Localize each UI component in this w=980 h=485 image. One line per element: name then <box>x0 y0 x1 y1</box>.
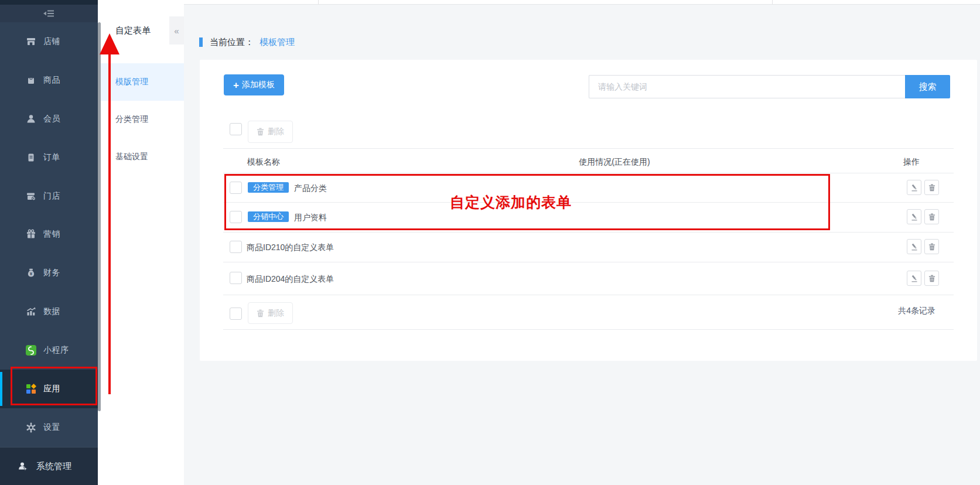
row-badge: 分类管理 <box>248 182 289 193</box>
column-header-name: 模板名称 <box>247 157 280 168</box>
breadcrumb: 当前位置： 模板管理 <box>199 36 295 48</box>
bulk-delete-button-bottom[interactable]: 删除 <box>248 302 293 324</box>
add-template-button[interactable]: + 添加模板 <box>224 74 284 95</box>
submenu-item-label: 模版管理 <box>115 77 148 87</box>
submenu-item-label: 分类管理 <box>115 114 148 125</box>
delete-label: 删除 <box>268 127 284 137</box>
panel-collapse-button[interactable]: « <box>169 16 184 45</box>
sidebar-collapse-button[interactable] <box>0 5 98 22</box>
row-template-name: 商品ID210的自定义表单 <box>247 243 334 253</box>
sidebar-item-goods[interactable]: 商品 <box>0 61 98 100</box>
sidebar-item-label: 数据 <box>43 306 60 317</box>
breadcrumb-accent-bar <box>199 37 203 47</box>
sidebar-item-label: 财务 <box>43 268 60 278</box>
admin-app: 店铺 商品 会员 订单 <box>0 0 980 485</box>
trash-icon <box>928 213 935 221</box>
edit-button[interactable] <box>907 239 921 254</box>
sidebar-item-members[interactable]: 会员 <box>0 100 98 138</box>
trash-icon <box>257 128 264 136</box>
search-input[interactable] <box>589 75 905 98</box>
sidebar-item-label: 商品 <box>43 75 60 86</box>
delete-row-button[interactable] <box>924 239 939 254</box>
record-count: 共4条记录 <box>898 306 935 316</box>
sidebar-item-miniprogram[interactable]: 小程序 <box>0 331 98 370</box>
order-document-icon <box>26 152 36 163</box>
divider <box>223 173 954 173</box>
trash-icon <box>928 243 935 251</box>
sidebar-item-label: 应用 <box>43 384 60 394</box>
search-button[interactable]: 搜索 <box>905 75 950 98</box>
divider <box>223 148 954 149</box>
divider <box>223 295 954 295</box>
goods-bag-icon <box>26 75 36 86</box>
gear-icon <box>26 422 36 433</box>
breadcrumb-current-link[interactable]: 模板管理 <box>259 37 295 48</box>
delete-row-button[interactable] <box>924 180 939 195</box>
sidebar-item-label: 营销 <box>43 229 60 240</box>
edit-button[interactable] <box>907 180 921 195</box>
sidebar-item-data[interactable]: 数据 <box>0 292 98 331</box>
sidebar-item-finance[interactable]: ¥ 财务 <box>0 254 98 292</box>
collapse-sidebar-icon <box>43 9 55 18</box>
trash-icon <box>257 309 264 317</box>
sidebar-item-label: 系统管理 <box>36 461 71 472</box>
column-header-usage: 使用情况(正在使用) <box>527 157 702 168</box>
template-list-card: + 添加模板 搜索 删除 模板名称 使用情况(正在使用) 操作 分类管理 产品分… <box>200 60 977 361</box>
pencil-icon <box>911 184 918 192</box>
sidebar-item-system-admin[interactable]: 系统管理 <box>0 447 98 485</box>
row-template-name: 用户资料 <box>294 213 327 223</box>
pencil-icon <box>911 275 918 282</box>
sidebar-item-label: 订单 <box>43 152 60 163</box>
bulk-delete-button[interactable]: 删除 <box>248 121 293 143</box>
sidebar-menu: 店铺 商品 会员 订单 <box>0 22 98 447</box>
member-person-icon <box>26 114 36 124</box>
sidebar-item-label: 设置 <box>43 422 60 433</box>
sidebar-item-shop[interactable]: 店铺 <box>0 22 98 61</box>
svg-text:¥: ¥ <box>30 272 32 276</box>
sidebar-top-strip <box>0 0 98 5</box>
shop-branch-icon <box>26 191 36 201</box>
select-all-checkbox[interactable] <box>230 123 242 135</box>
sidebar-item-stores[interactable]: 门店 <box>0 177 98 216</box>
divider <box>223 262 954 262</box>
row-checkbox[interactable] <box>230 182 242 194</box>
divider <box>223 202 954 203</box>
submenu-item-label: 基础设置 <box>115 152 148 162</box>
row-template-name: 产品分类 <box>294 183 327 194</box>
sidebar: 店铺 商品 会员 订单 <box>0 0 98 485</box>
top-strip-separator <box>772 0 773 5</box>
marketing-gift-icon <box>26 229 36 240</box>
submenu-item-basic-settings[interactable]: 基础设置 <box>98 138 184 176</box>
apps-grid-icon <box>26 384 36 394</box>
row-checkbox[interactable] <box>230 241 242 253</box>
delete-row-button[interactable] <box>924 209 939 224</box>
sidebar-item-orders[interactable]: 订单 <box>0 138 98 177</box>
breadcrumb-prefix: 当前位置： <box>210 37 254 48</box>
trash-icon <box>928 184 935 192</box>
scrollbar-thumb[interactable] <box>98 22 101 411</box>
row-checkbox[interactable] <box>230 211 242 223</box>
delete-label: 删除 <box>268 308 284 319</box>
trash-icon <box>928 275 935 282</box>
system-admin-icon <box>18 461 28 472</box>
submenu-item-category-management[interactable]: 分类管理 <box>98 101 184 138</box>
sidebar-item-settings[interactable]: 设置 <box>0 408 98 447</box>
edit-button[interactable] <box>907 271 921 286</box>
select-all-checkbox-bottom[interactable] <box>230 308 242 320</box>
delete-row-button[interactable] <box>924 271 939 286</box>
submenu-item-template-management[interactable]: 模版管理 <box>98 63 184 101</box>
submenu-menu: 模版管理 分类管理 基础设置 <box>98 63 184 176</box>
top-strip-border <box>184 4 980 5</box>
sidebar-item-apps[interactable]: 应用 <box>0 370 98 408</box>
edit-button[interactable] <box>907 209 921 224</box>
submenu-panel: 自定表单 « 模版管理 分类管理 基础设置 <box>98 0 184 485</box>
add-template-label: 添加模板 <box>242 80 275 90</box>
double-chevron-left-icon: « <box>174 26 179 36</box>
sidebar-item-marketing[interactable]: 营销 <box>0 216 98 254</box>
plus-icon: + <box>233 80 239 90</box>
finance-moneybag-icon: ¥ <box>26 268 36 278</box>
submenu-title: 自定表单 <box>115 25 151 36</box>
top-strip <box>98 0 980 5</box>
pencil-icon <box>911 243 918 251</box>
row-checkbox[interactable] <box>230 272 242 284</box>
